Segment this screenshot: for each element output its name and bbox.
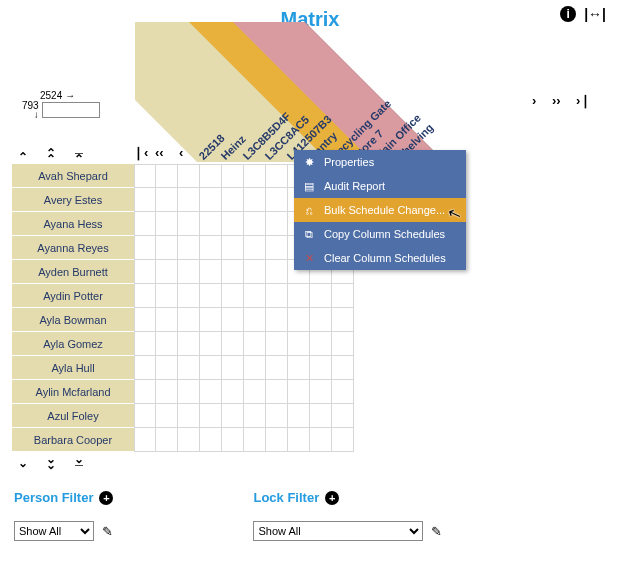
grid-cell[interactable] — [222, 260, 244, 284]
grid-cell[interactable] — [332, 428, 354, 452]
row-header[interactable]: Avah Shepard — [12, 164, 134, 188]
grid-cell[interactable] — [244, 212, 266, 236]
grid-cell[interactable] — [266, 188, 288, 212]
grid-cell[interactable] — [244, 284, 266, 308]
grid-cell[interactable] — [244, 428, 266, 452]
grid-cell[interactable] — [332, 308, 354, 332]
row-header[interactable]: Azul Foley — [12, 404, 134, 428]
grid-cell[interactable] — [178, 212, 200, 236]
row-page-down-icon[interactable]: ⌄⌄ — [46, 456, 56, 470]
grid-cell[interactable] — [200, 404, 222, 428]
grid-cell[interactable] — [156, 188, 178, 212]
grid-cell[interactable] — [156, 380, 178, 404]
grid-cell[interactable] — [200, 428, 222, 452]
grid-cell[interactable] — [200, 308, 222, 332]
grid-cell[interactable] — [200, 236, 222, 260]
grid-cell[interactable] — [266, 404, 288, 428]
grid-cell[interactable] — [134, 212, 156, 236]
grid-cell[interactable] — [244, 332, 266, 356]
col-next-icon[interactable]: ›› — [552, 93, 561, 108]
jump-input[interactable] — [42, 102, 100, 118]
col-first-icon[interactable]: ❘‹ — [133, 145, 148, 160]
grid-cell[interactable] — [134, 284, 156, 308]
grid-cell[interactable] — [134, 164, 156, 188]
grid-cell[interactable] — [244, 260, 266, 284]
grid-cell[interactable] — [266, 236, 288, 260]
grid-cell[interactable] — [310, 356, 332, 380]
grid-cell[interactable] — [156, 308, 178, 332]
grid-cell[interactable] — [288, 356, 310, 380]
grid-cell[interactable] — [222, 428, 244, 452]
grid-cell[interactable] — [222, 284, 244, 308]
grid-cell[interactable] — [200, 164, 222, 188]
grid-cell[interactable] — [178, 260, 200, 284]
grid-cell[interactable] — [178, 356, 200, 380]
grid-cell[interactable] — [310, 380, 332, 404]
grid-cell[interactable] — [244, 164, 266, 188]
grid-cell[interactable] — [266, 332, 288, 356]
col-right-icon[interactable]: › — [532, 93, 536, 108]
grid-cell[interactable] — [156, 356, 178, 380]
grid-cell[interactable] — [244, 188, 266, 212]
grid-cell[interactable] — [178, 332, 200, 356]
grid-cell[interactable] — [222, 308, 244, 332]
row-header[interactable]: Ayla Hull — [12, 356, 134, 380]
grid-cell[interactable] — [134, 380, 156, 404]
grid-cell[interactable] — [156, 212, 178, 236]
grid-cell[interactable] — [266, 284, 288, 308]
grid-cell[interactable] — [244, 404, 266, 428]
grid-cell[interactable] — [178, 284, 200, 308]
add-lock-filter-icon[interactable]: + — [325, 491, 339, 505]
grid-cell[interactable] — [310, 308, 332, 332]
grid-cell[interactable] — [332, 332, 354, 356]
grid-cell[interactable] — [266, 164, 288, 188]
grid-cell[interactable] — [156, 260, 178, 284]
row-down-icon[interactable]: ⌄ — [18, 456, 28, 470]
grid-cell[interactable] — [178, 164, 200, 188]
grid-cell[interactable] — [134, 428, 156, 452]
grid-cell[interactable] — [156, 332, 178, 356]
grid-cell[interactable] — [266, 428, 288, 452]
grid-cell[interactable] — [156, 284, 178, 308]
grid-cell[interactable] — [222, 404, 244, 428]
grid-cell[interactable] — [288, 380, 310, 404]
grid-cell[interactable] — [178, 404, 200, 428]
grid-cell[interactable] — [332, 284, 354, 308]
grid-cell[interactable] — [156, 404, 178, 428]
grid-cell[interactable] — [310, 284, 332, 308]
grid-cell[interactable] — [222, 332, 244, 356]
edit-person-filter-icon[interactable]: ✎ — [102, 524, 113, 539]
grid-cell[interactable] — [310, 332, 332, 356]
grid-cell[interactable] — [134, 356, 156, 380]
row-header[interactable]: Ayla Bowman — [12, 308, 134, 332]
grid-cell[interactable] — [288, 284, 310, 308]
context-menu-item[interactable]: ⧉Copy Column Schedules — [294, 222, 466, 246]
info-icon[interactable]: i — [560, 6, 576, 22]
grid-cell[interactable] — [266, 260, 288, 284]
row-header[interactable]: Ayana Hess — [12, 212, 134, 236]
grid-cell[interactable] — [178, 188, 200, 212]
grid-cell[interactable] — [288, 428, 310, 452]
grid-cell[interactable] — [244, 236, 266, 260]
row-header[interactable]: Ayanna Reyes — [12, 236, 134, 260]
grid-cell[interactable] — [200, 260, 222, 284]
row-page-up-icon[interactable]: ⌃⌃ — [46, 150, 56, 164]
context-menu-item[interactable]: ✕Clear Column Schedules — [294, 246, 466, 270]
grid-cell[interactable] — [266, 212, 288, 236]
grid-cell[interactable] — [200, 380, 222, 404]
grid-cell[interactable] — [244, 308, 266, 332]
grid-cell[interactable] — [266, 356, 288, 380]
col-left-icon[interactable]: ‹ — [179, 145, 183, 160]
grid-cell[interactable] — [134, 404, 156, 428]
grid-cell[interactable] — [156, 164, 178, 188]
grid-cell[interactable] — [222, 380, 244, 404]
fit-width-icon[interactable]: |↔| — [584, 6, 606, 22]
grid-cell[interactable] — [156, 428, 178, 452]
lock-filter-select[interactable]: Show All — [253, 521, 423, 541]
grid-cell[interactable] — [178, 236, 200, 260]
row-header[interactable]: Ayla Gomez — [12, 332, 134, 356]
context-menu-item[interactable]: ▤Audit Report — [294, 174, 466, 198]
grid-cell[interactable] — [134, 308, 156, 332]
grid-cell[interactable] — [310, 428, 332, 452]
grid-cell[interactable] — [200, 332, 222, 356]
